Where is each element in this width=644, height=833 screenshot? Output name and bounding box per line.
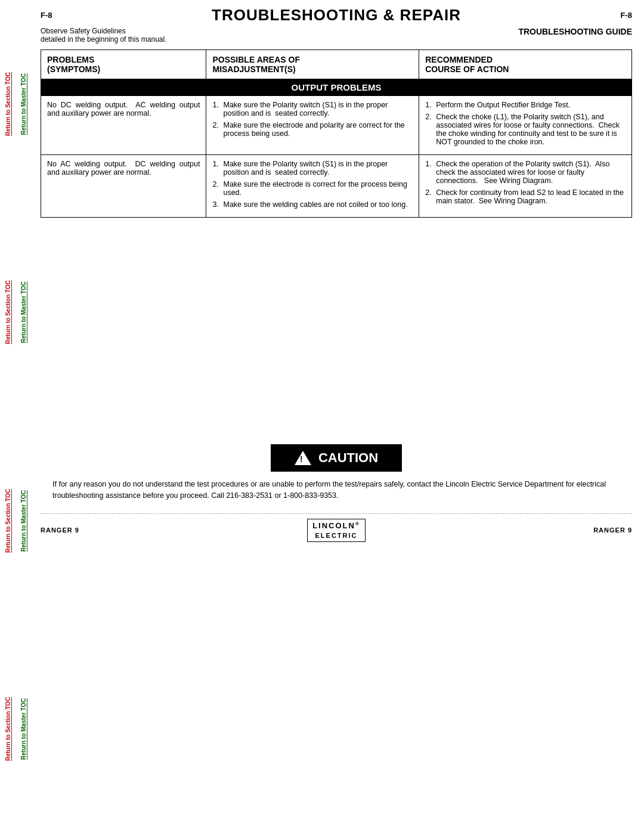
footer-left-brand: RANGER 9 [41, 527, 79, 534]
page-footer: RANGER 9 LINCOLN® ELECTRIC RANGER 9 [41, 513, 632, 543]
return-master-toc-4[interactable]: Return to Master TOC [18, 693, 29, 764]
section-toc-col: Return to Section TOC Return to Section … [0, 0, 16, 833]
table-row: No DC welding output. AC welding output … [41, 96, 632, 155]
return-section-toc-1[interactable]: Return to Section TOC [3, 67, 13, 141]
page-num-left: F-8 [41, 11, 52, 20]
footer-right-brand: RANGER 9 [593, 527, 632, 534]
col-actions-header: RECOMMENDEDCOURSE OF ACTION [419, 50, 632, 79]
caution-section: CAUTION [41, 444, 632, 479]
return-section-toc-4[interactable]: Return to Section TOC [3, 692, 13, 766]
return-master-toc-1[interactable]: Return to Master TOC [18, 69, 29, 140]
logo-sub: ELECTRIC [312, 531, 360, 540]
caution-text: If for any reason you do not understand … [52, 479, 620, 501]
misadjustments-1: 1. Make sure the Polarity switch (S1) is… [206, 96, 419, 155]
actions-2: 1. Check the operation of the Polarity s… [419, 155, 632, 218]
return-section-toc-3[interactable]: Return to Section TOC [3, 484, 13, 558]
footer-logo: LINCOLN® ELECTRIC [307, 519, 366, 543]
safety-note-line1: Observe Safety Guidelines [41, 27, 166, 35]
misadjustments-label: POSSIBLE AREAS OFMISADJUSTMENT(S) [212, 55, 300, 74]
safety-note-line2: detailed in the beginning of this manual… [41, 35, 166, 44]
sub-header: Observe Safety Guidelines detailed in th… [41, 27, 632, 44]
return-master-toc-3[interactable]: Return to Master TOC [18, 485, 29, 556]
master-toc-col: Return to Master TOC Return to Master TO… [16, 0, 31, 833]
col-misadjustments-header: POSSIBLE AREAS OFMISADJUSTMENT(S) [206, 50, 419, 79]
symptom-1: No DC welding output. AC welding output … [41, 96, 206, 155]
page-header: F-8 TROUBLESHOOTING & REPAIR F-8 [41, 6, 632, 24]
empty-space [41, 230, 632, 432]
safety-note: Observe Safety Guidelines detailed in th… [41, 27, 166, 44]
misadjustments-2: 1. Make sure the Polarity switch (S1) is… [206, 155, 419, 218]
actions-1: 1. Perform the Output Rectifier Bridge T… [419, 96, 632, 155]
caution-box: CAUTION [271, 444, 402, 472]
caution-icon [295, 451, 311, 465]
table-row: No AC welding output. DC welding output … [41, 155, 632, 218]
troubleshooting-table: PROBLEMS(SYMPTOMS) POSSIBLE AREAS OFMISA… [41, 49, 632, 218]
logo-brand-name: LINCOLN® [312, 521, 360, 531]
actions-label: RECOMMENDEDCOURSE OF ACTION [425, 55, 509, 74]
problems-label: PROBLEMS(SYMPTOMS) [47, 55, 100, 74]
col-problems-header: PROBLEMS(SYMPTOMS) [41, 50, 206, 79]
output-problems-banner: OUTPUT PROBLEMS [41, 79, 632, 96]
return-master-toc-2[interactable]: Return to Master TOC [18, 277, 29, 348]
symptom-2: No AC welding output. DC welding output … [41, 155, 206, 218]
page-num-right: F-8 [621, 11, 633, 20]
main-content: F-8 TROUBLESHOOTING & REPAIR F-8 Observe… [35, 0, 638, 548]
table-header-row: PROBLEMS(SYMPTOMS) POSSIBLE AREAS OFMISA… [41, 50, 632, 79]
page-title: TROUBLESHOOTING & REPAIR [52, 6, 621, 24]
side-tabs: Return to Section TOC Return to Section … [0, 0, 31, 833]
guide-title: TROUBLESHOOTING GUIDE [518, 27, 632, 44]
caution-label: CAUTION [318, 450, 378, 466]
return-section-toc-2[interactable]: Return to Section TOC [3, 275, 13, 349]
output-problems-label: OUTPUT PROBLEMS [41, 79, 632, 96]
